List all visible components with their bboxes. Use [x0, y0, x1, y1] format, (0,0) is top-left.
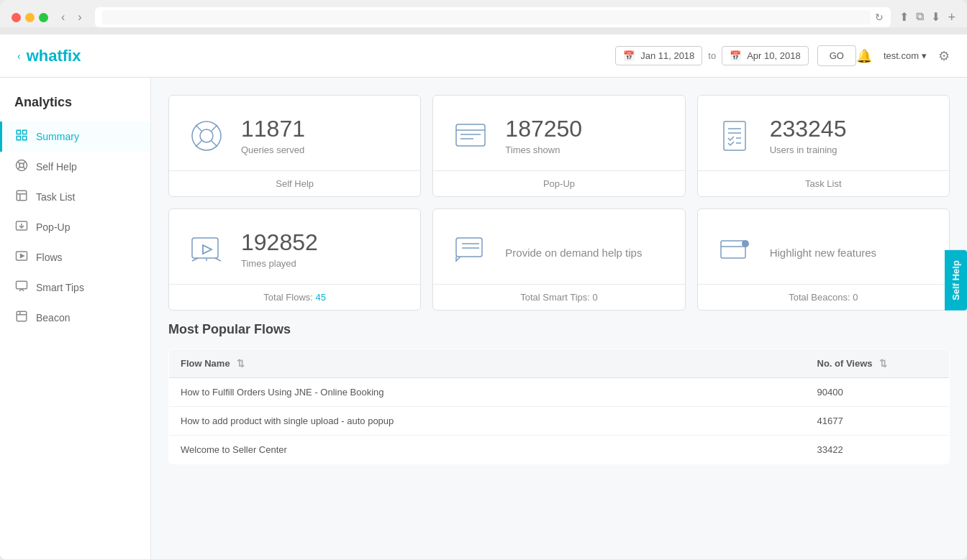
- stat-info-beacon: Highlight new features: [770, 241, 932, 259]
- stat-number-flows: 192852: [241, 230, 403, 255]
- svg-rect-17: [17, 281, 27, 289]
- svg-line-7: [23, 167, 25, 169]
- beacon-stat-icon: [715, 229, 755, 270]
- svg-rect-27: [456, 124, 485, 146]
- date-to-input[interactable]: 📅 Apr 10, 2018: [722, 46, 808, 65]
- svg-rect-18: [17, 311, 27, 321]
- sidebar-item-self-help[interactable]: Self Help: [0, 152, 150, 182]
- stat-card-body-beacon: Highlight new features: [698, 209, 949, 284]
- user-dropdown-icon: ▾: [922, 50, 927, 61]
- settings-icon[interactable]: ⚙: [938, 48, 950, 64]
- svg-rect-41: [456, 238, 482, 257]
- svg-line-23: [196, 125, 201, 131]
- stat-footer-self-help: Self Help: [169, 170, 420, 196]
- popular-flows-table: Flow Name ⇅ No. of Views ⇅ How to Fulfil…: [168, 349, 950, 464]
- col-views[interactable]: No. of Views ⇅: [806, 349, 950, 378]
- stat-footer-smart-tips: Total Smart Tips: 0: [433, 284, 684, 310]
- svg-point-5: [19, 163, 24, 167]
- stat-card-body-popup: 187250 Times shown: [433, 96, 684, 170]
- maximize-button[interactable]: [39, 13, 48, 22]
- date-from-value: Jan 11, 2018: [640, 50, 694, 61]
- flow-views-cell: 33422: [806, 436, 950, 464]
- share-icon[interactable]: ⬆: [899, 10, 909, 25]
- stat-card-self-help: 11871 Queries served Self Help: [168, 95, 421, 197]
- stat-footer-flows: Total Flows: 45: [169, 284, 420, 310]
- stat-info-task-list: 233245 Users in training: [770, 116, 932, 155]
- flow-name-cell: Welcome to Seller Center: [169, 436, 806, 464]
- self-help-floating-tab[interactable]: Self Help: [945, 250, 967, 311]
- svg-rect-36: [192, 238, 218, 258]
- svg-marker-16: [21, 254, 24, 258]
- address-bar[interactable]: ↻: [95, 7, 891, 27]
- svg-rect-10: [17, 191, 27, 201]
- stat-label-flows: Times played: [241, 258, 403, 269]
- forward-button[interactable]: ›: [73, 8, 86, 27]
- table-row: How to add product with single upload - …: [169, 407, 950, 436]
- calendar-to-icon: 📅: [730, 50, 741, 61]
- flow-views-cell: 90400: [806, 378, 950, 407]
- stat-footer-beacon: Total Beacons: 0: [698, 284, 949, 310]
- stat-card-flows: 192852 Times played Total Flows: 45: [168, 208, 421, 311]
- tabs-icon[interactable]: ⧉: [916, 10, 924, 25]
- popup-stat-icon: [450, 116, 491, 156]
- sort-flow-name-icon[interactable]: ⇅: [237, 358, 245, 369]
- minimize-button[interactable]: [25, 13, 35, 22]
- sidebar-item-smart-tips[interactable]: Smart Tips: [0, 272, 150, 303]
- go-button[interactable]: GO: [817, 45, 856, 66]
- stat-text-beacon: Highlight new features: [770, 247, 932, 259]
- table-row: Welcome to Seller Center 33422: [169, 436, 950, 464]
- sidebar-item-summary[interactable]: Summary: [0, 121, 150, 152]
- flows-icon: [14, 249, 29, 265]
- date-from-input[interactable]: 📅 Jan 11, 2018: [615, 46, 702, 65]
- logo-arrow-icon: ‹: [17, 50, 21, 62]
- stat-text-smart-tips: Provide on demand help tips: [505, 247, 667, 259]
- sidebar-item-popup[interactable]: Pop-Up: [0, 212, 150, 242]
- stat-card-body-self-help: 11871 Queries served: [169, 96, 420, 170]
- summary-icon: [14, 129, 29, 144]
- user-dropdown[interactable]: test.com ▾: [884, 50, 927, 61]
- stat-card-beacon: Highlight new features Total Beacons: 0: [697, 208, 950, 311]
- chat-icon: [450, 229, 491, 270]
- stats-grid: 11871 Queries served Self Help: [168, 95, 950, 311]
- browser-action-buttons: ⬆ ⧉ ⬇ +: [899, 10, 955, 25]
- sidebar-item-task-list[interactable]: Task List: [0, 182, 150, 212]
- app-window: ‹ whatfix 📅 Jan 11, 2018 to 📅 Apr 10, 20…: [0, 35, 967, 559]
- stat-label-task-list: Users in training: [770, 144, 932, 155]
- total-flows-link[interactable]: 45: [316, 292, 326, 303]
- sort-views-icon[interactable]: ⇅: [879, 358, 887, 369]
- stat-card-smart-tips: Provide on demand help tips Total Smart …: [432, 208, 685, 311]
- beacon-icon: [14, 310, 29, 326]
- back-button[interactable]: ‹: [57, 8, 69, 27]
- sidebar-item-label-self-help: Self Help: [36, 161, 77, 173]
- table-row: How to Fulfill Orders Using JNE - Online…: [169, 378, 950, 407]
- download-icon[interactable]: ⬇: [931, 10, 940, 25]
- add-tab-icon[interactable]: +: [948, 10, 955, 25]
- sidebar-item-flows[interactable]: Flows: [0, 242, 150, 272]
- url-input[interactable]: [102, 10, 871, 24]
- col-flow-name-label: Flow Name: [181, 358, 230, 369]
- svg-point-22: [200, 129, 213, 142]
- close-button[interactable]: [12, 13, 21, 22]
- refresh-icon[interactable]: ↻: [875, 12, 884, 23]
- sidebar-item-label-task-list: Task List: [36, 191, 75, 203]
- user-label: test.com: [884, 50, 919, 61]
- svg-rect-0: [17, 130, 20, 134]
- total-flows-prefix: Total Flows:: [263, 292, 315, 303]
- sidebar-item-label-flows: Flows: [36, 252, 63, 263]
- svg-line-8: [23, 162, 25, 164]
- col-flow-name[interactable]: Flow Name ⇅: [169, 349, 806, 378]
- date-separator: to: [708, 50, 716, 61]
- header-right: 🔔 test.com ▾ ⚙: [856, 48, 950, 64]
- flow-views-cell: 41677: [806, 407, 950, 436]
- window-controls: [12, 13, 48, 22]
- sidebar-item-beacon[interactable]: Beacon: [0, 303, 150, 333]
- sidebar: Analytics Summary Self Help Task List: [0, 78, 151, 559]
- stat-number-task-list: 233245: [770, 116, 932, 142]
- svg-rect-2: [23, 137, 27, 140]
- svg-line-24: [212, 141, 217, 147]
- stat-footer-task-list: Task List: [698, 170, 949, 196]
- date-filter: 📅 Jan 11, 2018 to 📅 Apr 10, 2018 GO: [615, 45, 856, 66]
- sidebar-item-label-smart-tips: Smart Tips: [36, 282, 84, 293]
- notifications-icon[interactable]: 🔔: [856, 48, 872, 64]
- col-views-label: No. of Views: [817, 358, 873, 369]
